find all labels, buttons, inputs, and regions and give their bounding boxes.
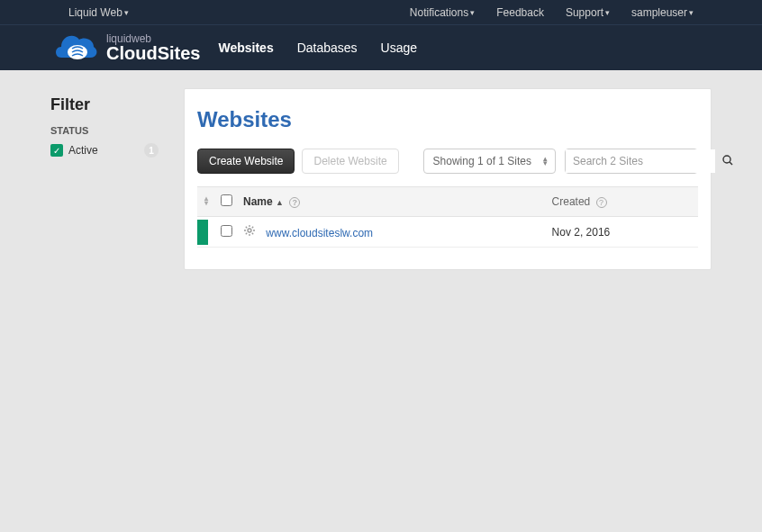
page-title: Websites (197, 107, 698, 132)
create-website-button[interactable]: Create Website (197, 149, 295, 174)
support-label: Support (566, 6, 603, 19)
select-all-checkbox[interactable] (221, 194, 232, 206)
user-menu[interactable]: sampleuser▾ (631, 6, 694, 19)
active-label: Active (68, 144, 98, 157)
svg-line-8 (246, 227, 247, 228)
row-checkbox[interactable] (221, 225, 232, 237)
sort-asc-icon: ▲ (276, 198, 284, 207)
status-section-label: STATUS (50, 125, 159, 136)
active-count-badge: 1 (144, 143, 159, 158)
support-link[interactable]: Support▾ (566, 6, 610, 19)
gear-icon[interactable] (243, 227, 259, 239)
brand-label: Liquid Web (68, 6, 122, 19)
filter-status-active[interactable]: ✓ Active 1 (50, 143, 159, 158)
nav-websites[interactable]: Websites (218, 41, 273, 55)
chevron-down-icon: ▾ (124, 8, 129, 17)
svg-point-3 (248, 229, 251, 232)
help-icon[interactable]: ? (289, 197, 300, 208)
logo[interactable]: liquidweb CloudSites (50, 31, 200, 65)
help-icon[interactable]: ? (596, 197, 607, 208)
svg-line-2 (730, 162, 732, 165)
table-row: www.cloudsiteslw.com Nov 2, 2016 (197, 217, 698, 248)
svg-line-11 (252, 227, 253, 228)
chevron-down-icon: ▾ (605, 8, 610, 17)
logo-line2: CloudSites (106, 44, 200, 62)
showing-select[interactable]: Showing 1 of 1 Sites ▴▾ (423, 149, 556, 174)
feedback-link[interactable]: Feedback (496, 6, 544, 19)
column-name-label: Name (243, 195, 273, 208)
column-name[interactable]: Name ▲ ? (238, 187, 547, 217)
check-icon: ✓ (50, 144, 63, 157)
sort-icon: ▴▾ (204, 196, 208, 205)
filter-heading: Filter (50, 95, 159, 114)
column-created-label: Created (552, 195, 591, 208)
notifications-label: Notifications (410, 6, 468, 19)
search-input[interactable] (566, 149, 715, 173)
search-icon[interactable] (715, 155, 740, 168)
delete-website-button: Delete Website (302, 149, 398, 174)
user-label: sampleuser (631, 6, 687, 19)
site-link[interactable]: www.cloudsiteslw.com (266, 227, 373, 239)
svg-line-9 (252, 233, 253, 234)
status-indicator (197, 220, 208, 245)
sort-toggle[interactable]: ▴▾ (197, 187, 215, 217)
cloud-icon (50, 31, 101, 65)
brand-dropdown[interactable]: Liquid Web▾ (68, 6, 129, 19)
notifications-link[interactable]: Notifications▾ (410, 6, 475, 19)
nav-databases[interactable]: Databases (297, 41, 358, 55)
showing-text: Showing 1 of 1 Sites (433, 155, 531, 167)
created-cell: Nov 2, 2016 (547, 217, 698, 248)
chevron-down-icon: ▾ (689, 8, 694, 17)
svg-point-1 (723, 156, 730, 163)
svg-line-10 (246, 233, 247, 234)
select-stepper-icon: ▴▾ (543, 157, 548, 166)
column-created[interactable]: Created ? (547, 187, 698, 217)
nav-usage[interactable]: Usage (381, 41, 417, 55)
chevron-down-icon: ▾ (470, 8, 475, 17)
